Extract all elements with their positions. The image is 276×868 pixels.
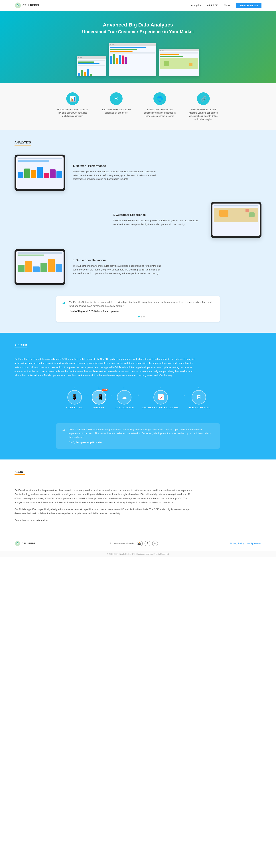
instagram-icon[interactable]: 📸	[137, 540, 143, 547]
analytics-content-3: 3. Subscriber Behaviour The Subscriber b…	[73, 259, 163, 275]
analytics-item-title-2: 2. Customer Experience	[113, 213, 203, 217]
arrow-3: →	[136, 392, 140, 398]
map-mock	[214, 208, 258, 222]
pipeline-icon-5: 🖥	[192, 390, 206, 405]
logo: CELLREBEL	[15, 2, 40, 9]
feature-2: 👁 You can see how services are perceived…	[100, 92, 133, 121]
pipeline-icon-4: 📈	[154, 390, 168, 405]
analytics-item-title-3: 3. Subscriber Behaviour	[73, 259, 163, 262]
testimonial-content: "CellRebel's Subscriber behaviour module…	[69, 301, 214, 317]
analytics-item-desc-1: The network performance modules provide …	[73, 170, 163, 181]
about-section: ABOUT CellRebel was founded to help oper…	[0, 460, 276, 536]
logo-text: CELLREBEL	[23, 4, 40, 7]
about-para-3: Contact us for more information.	[15, 518, 196, 522]
feature-4: 🔗 Advanced correlation and Machine Learn…	[187, 92, 220, 121]
logo-icon	[15, 2, 21, 9]
sdk-testimonial-box: ❝ "With CellRebel's SDK integrated, we g…	[56, 424, 220, 448]
pipeline-step-5: 5. 🖥 PRESENTATION MODE	[188, 386, 210, 409]
nav-links: Analytics APP SDK About Free Consultant	[191, 3, 261, 8]
feature-text-1: Graphical overview of billions of key da…	[56, 108, 89, 118]
analytics-testimonial-wrapper: ❝ "CellRebel's Subscriber behaviour modu…	[15, 296, 261, 322]
arrow-1: →	[85, 392, 89, 398]
screenshot-1	[77, 56, 106, 76]
screenshot-3	[159, 49, 199, 76]
arrow-4: →	[182, 392, 186, 398]
appsdk-section: APP SDK CellRebel has developed the most…	[0, 333, 276, 460]
screenshot-2	[109, 43, 156, 76]
about-para-1: CellRebel was founded to help operators,…	[15, 488, 196, 504]
tablet-mock-3	[15, 249, 65, 285]
pipeline-icon-3: ☁	[117, 390, 132, 405]
hero-section: Advanced Big Data Analytics Understand T…	[0, 11, 276, 83]
pipeline-step-3: 3. ☁ DATA COLLECTION	[115, 386, 134, 409]
footer-logo: CELLREBEL	[15, 540, 37, 547]
analytics-item-heading-3: Subscriber Behaviour	[76, 259, 106, 262]
footer-links[interactable]: Privacy Policy · User Agreement	[230, 542, 261, 545]
cta-button[interactable]: Free Consultant	[236, 3, 261, 8]
feature-text-2: You can see how services are perceived b…	[100, 108, 133, 115]
analytics-section: ANALYTICS 1. Network Performance	[0, 130, 276, 333]
footer: CELLREBEL Follow us on social media: 📸 f…	[0, 536, 276, 551]
analytics-number-3: 3.	[73, 259, 75, 262]
navbar: CELLREBEL Analytics APP SDK About Free C…	[0, 0, 276, 11]
dot-2	[141, 316, 142, 317]
analytics-item-title-1: 1. Network Performance	[73, 164, 163, 167]
hero-screenshots	[77, 43, 199, 76]
footer-logo-icon	[15, 540, 20, 547]
pipeline-step-4: 4. 📈 ANALYTICS AND MACHINE LEARNING	[142, 386, 179, 409]
analytics-item-heading-2: Customer Experience	[116, 213, 146, 216]
svg-point-2	[17, 5, 18, 6]
hero-title-line1: Advanced Big Data Analytics	[103, 22, 173, 28]
pipeline: 1. 📱 CELLREBEL SDK → 2. 📲 NEW MOBILE APP…	[15, 386, 261, 409]
pipeline-badge-2: NEW	[102, 389, 108, 391]
feature-1: 📊 Graphical overview of billions of key …	[56, 92, 89, 121]
pipeline-step-1: 1. 📱 CELLREBEL SDK	[66, 386, 83, 409]
footer-copyright: © 2018-2024 Distely LLC, a JFY Elastic c…	[0, 551, 276, 557]
testimonial-dots	[69, 316, 214, 317]
appsdk-intro-text: CellRebel has developed the most advance…	[15, 357, 196, 377]
feature-3: 🌐 Intuitive User Interface with detailed…	[143, 92, 176, 121]
sdk-testimonial-text: "With CellRebel's SDK integrated, we got…	[69, 428, 214, 444]
analytics-content-2: 2. Customer Experience The Customer Expe…	[113, 213, 203, 226]
pipeline-icon-2: 📲	[92, 390, 106, 405]
feature-icon-1: 📊	[66, 92, 79, 105]
about-para-2: Our Mobile app SDK is specifically desig…	[15, 507, 196, 515]
nav-about[interactable]: About	[224, 4, 230, 7]
features-section: 📊 Graphical overview of billions of key …	[0, 83, 276, 130]
feature-icon-3: 🌐	[154, 92, 166, 105]
about-title: ABOUT	[15, 470, 25, 475]
tablet-screen-2	[213, 204, 260, 236]
linkedin-icon[interactable]: in	[152, 540, 158, 547]
analytics-item-1: 1. Network Performance The network perfo…	[15, 155, 261, 191]
analytics-content-1: 1. Network Performance The network perfo…	[73, 164, 163, 181]
footer-social-label: Follow us on social media:	[110, 542, 135, 545]
footer-social: Follow us on social media: 📸 f in	[110, 540, 158, 547]
feature-text-4: Advanced correlation and Machine Learnin…	[187, 108, 220, 121]
facebook-icon[interactable]: f	[144, 540, 150, 547]
nav-analytics[interactable]: Analytics	[191, 4, 201, 7]
nav-appsdk[interactable]: APP SDK	[207, 4, 218, 7]
tablet-screen-1	[16, 156, 63, 189]
feature-text-3: Intuitive User Interface with detailed i…	[143, 108, 176, 118]
arrow-2: →	[108, 392, 113, 398]
analytics-item-desc-3: The Subscriber behaviour modules provide…	[73, 264, 163, 275]
tablet-screen-3	[16, 251, 63, 283]
hero-title-line2: Understand True Customer Experience in Y…	[82, 29, 194, 34]
feature-icon-2: 👁	[110, 92, 122, 105]
pipeline-step-2: 2. 📲 NEW MOBILE APP	[92, 386, 106, 409]
svg-point-5	[17, 543, 18, 544]
tablet-mock-1	[15, 155, 65, 191]
appsdk-title: APP SDK	[15, 344, 27, 348]
analytics-testimonial-box: ❝ "CellRebel's Subscriber behaviour modu…	[56, 296, 220, 322]
dot-3	[143, 316, 145, 317]
analytics-title: ANALYTICS	[15, 141, 31, 146]
feature-icon-4: 🔗	[197, 92, 210, 105]
quote-icon: ❝	[62, 301, 65, 308]
sdk-testimonial-author: CMO, European App Provider	[69, 441, 214, 444]
analytics-number-2: 2.	[113, 213, 115, 216]
sdk-quote-icon: ❝	[62, 428, 65, 435]
tablet-mock-2	[211, 202, 261, 238]
testimonial-author: Head of Regional B2C Sales – Asian opera…	[69, 309, 214, 313]
analytics-item-desc-2: The Customer Experience modules provide …	[113, 219, 203, 226]
testimonial-text: "CellRebel's Subscriber behaviour module…	[69, 301, 214, 313]
